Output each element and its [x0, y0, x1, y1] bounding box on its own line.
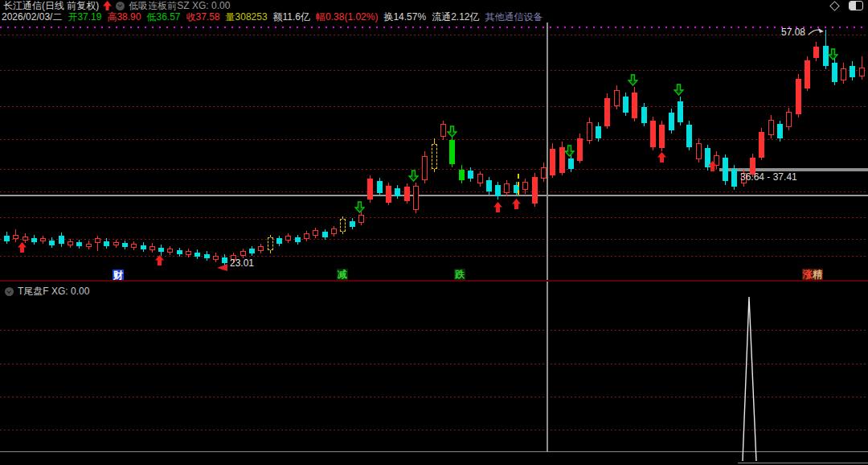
sell-signal-arrow-icon	[674, 84, 684, 99]
signal-spike-canvas	[0, 0, 868, 465]
low-price-annotation: 23.01	[230, 258, 254, 269]
buy-signal-arrow-icon	[155, 254, 164, 269]
sell-signal-arrow-icon	[447, 126, 457, 141]
quote-field: 高38.90	[107, 12, 141, 23]
high-price-annotation: 57.08	[781, 25, 825, 38]
sub-indicator-label[interactable]: T尾盘F XG: 0.00	[18, 285, 89, 298]
signal-tag-char: 跌	[455, 269, 465, 280]
signal-spike	[743, 297, 756, 461]
high-price-label: 57.08	[781, 27, 805, 38]
quote-field: 收37.58	[186, 12, 220, 23]
signal-tag: 减	[337, 269, 348, 280]
panel-divider[interactable]	[0, 280, 868, 282]
quote-info-bar: 2026/02/03/二开37.19高38.90低36.57收37.58量308…	[2, 11, 868, 23]
indicator-dropdown-icon[interactable]	[116, 2, 125, 10]
quote-field: 流通2.12亿	[432, 12, 479, 23]
sell-signal-arrow-icon	[408, 170, 419, 185]
sub-indicator-dropdown-icon[interactable]	[5, 287, 14, 296]
buy-signal-arrow-icon	[657, 151, 666, 166]
quote-field: 额11.6亿	[273, 12, 310, 23]
sell-signal-arrow-icon	[564, 145, 575, 160]
low-price-label: 23.01	[230, 257, 254, 269]
sell-signal-arrow-icon	[628, 74, 638, 89]
diamond-icon[interactable]	[829, 1, 840, 11]
quote-field: 开37.19	[68, 12, 101, 23]
signal-tag-char: 减	[338, 269, 347, 280]
buy-signal-arrow-icon	[493, 201, 502, 216]
sell-signal-arrow-icon	[354, 201, 365, 216]
annotation-arrow-icon	[808, 25, 825, 38]
title-bar: 长江通信(日线 前复权) 低吸连板前SZ XG: 0.00	[0, 0, 868, 11]
highlight-dashed-mark	[518, 174, 519, 195]
layout-toggle-icon[interactable]	[849, 1, 863, 10]
tdx-chart-window: 长江通信(日线 前复权) 低吸连板前SZ XG: 0.00 2026/02/03…	[0, 0, 868, 465]
quote-field: 换14.57%	[383, 12, 426, 23]
buy-signal-arrow-icon	[18, 241, 27, 256]
main-indicator-label[interactable]: 低吸连板前SZ XG: 0.00	[129, 1, 230, 11]
signal-tag-char: 涨	[803, 269, 813, 280]
sub-indicator-header: T尾盘F XG: 0.00	[5, 285, 89, 298]
quote-field: 量308253	[226, 12, 268, 23]
buy-signal-arrow-icon	[512, 198, 521, 212]
signal-tag: 跌	[454, 269, 465, 280]
quote-field: 2026/02/03/二	[2, 12, 62, 23]
signal-tag: 财	[113, 270, 124, 281]
quote-field[interactable]: 其他通信设备	[485, 12, 542, 23]
price-range-label: 36.64 - 37.41	[740, 171, 797, 183]
quote-field: 低36.57	[146, 12, 180, 23]
stock-title: 长江通信(日线 前复权)	[3, 1, 99, 11]
sell-signal-arrow-icon	[828, 48, 838, 64]
signal-tag-char: 财	[113, 270, 123, 281]
signal-tag: 涨精	[802, 269, 823, 280]
buy-signal-arrow-icon	[708, 160, 717, 175]
up-arrow-icon	[103, 1, 112, 10]
signal-tag-char: 精	[813, 269, 822, 280]
quote-field: 幅0.38(1.02%)	[316, 12, 378, 23]
